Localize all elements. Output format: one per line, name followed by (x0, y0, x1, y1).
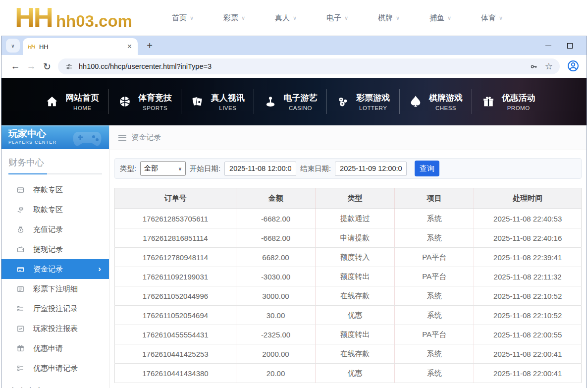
cell-order_no: 1762611052054694 (115, 306, 236, 325)
sports-ball-icon (118, 95, 132, 109)
main-nav-item[interactable]: 电子游艺 CASINO (254, 89, 327, 114)
column-header: 类型 (316, 188, 395, 209)
cell-project: PA平台 (395, 267, 474, 286)
site-info-icon[interactable] (65, 62, 73, 71)
personal-section-title: 个人中心 (1, 378, 109, 388)
start-date-input[interactable] (224, 162, 296, 176)
top-nav-item[interactable]: 首页 ∨ (157, 13, 209, 23)
window-minimize-button[interactable] (545, 46, 551, 46)
forward-button[interactable]: → (23, 58, 39, 74)
cell-project: PA平台 (395, 248, 474, 267)
browser-tab[interactable]: HH HH × (23, 38, 138, 55)
breadcrumb: 资金记录 (109, 125, 587, 150)
sidebar: 玩家中心 PLAYERS CENTER 财务中心 存款专区 (1, 125, 109, 388)
funds-record-icon (16, 265, 25, 274)
sidebar-item[interactable]: 玩家投注报表 (1, 319, 109, 338)
top-nav-item[interactable]: 真人 ∨ (260, 13, 312, 23)
main-nav-item[interactable]: 体育竞技 SPORTS (109, 89, 182, 114)
password-key-icon[interactable] (530, 62, 538, 71)
table-header-row: 订单号金额类型项目处理时间 (115, 188, 582, 209)
cell-order_no: 1762611052044996 (115, 286, 236, 306)
chevron-down-icon: ∨ (178, 166, 182, 171)
sidebar-item-label: 提现记录 (33, 245, 63, 254)
cell-type: 在线存款 (316, 286, 395, 306)
main-nav-item[interactable]: 真人视讯 LIVES (181, 89, 254, 114)
breadcrumb-label: 资金记录 (131, 133, 161, 142)
tab-search-button[interactable]: ∨ (6, 39, 20, 53)
cell-project: 系统 (395, 344, 474, 364)
nav-label-zh: 电子游艺 (284, 92, 318, 104)
bookmark-star-icon[interactable]: ☆ (545, 61, 553, 72)
sidebar-item-label: 存款专区 (33, 185, 63, 195)
withdraw-record-icon (16, 245, 25, 254)
top-nav-label: 棋牌 (378, 13, 393, 23)
url-text[interactable]: hh100.cc/hhcp/usercenter.html?iniType=3 (79, 62, 523, 70)
section-underline (8, 173, 102, 174)
window-maximize-button[interactable] (567, 43, 573, 49)
filter-bar: 类型: 全部 ∨ 开始日期: 结束日期: 查询 (114, 158, 582, 179)
cell-order_no: 1762610441434380 (115, 364, 236, 383)
new-tab-button[interactable]: + (143, 39, 157, 53)
lottery-balls-icon (336, 95, 350, 109)
main-nav-item[interactable]: 优惠活动 PROMO (472, 89, 544, 114)
sidebar-item[interactable]: 充值记录 (1, 220, 109, 239)
top-nav-item[interactable]: 体育 ∨ (466, 13, 518, 23)
table-row: 1762611092199031-3030.00额度转出PA平台2025-11-… (115, 267, 582, 286)
page-viewport: 网站首页 HOME 体育竞技 SPORTS 真人视讯 LIVES 电子游艺 CA… (1, 78, 587, 388)
chevron-down-icon: ∨ (293, 15, 297, 21)
top-nav-label: 捕鱼 (429, 13, 444, 23)
table-row: 17626127809481146682.00额度转入PA平台2025-11-0… (115, 248, 582, 267)
nav-label-en: LOTTERY (356, 105, 390, 111)
sidebar-item[interactable]: 取款专区 (1, 200, 109, 220)
chevron-down-icon: ∨ (190, 15, 194, 21)
chevron-right-icon: › (98, 264, 101, 274)
main-nav-item[interactable]: 棋牌游戏 CHESS (400, 89, 473, 114)
promo-apply-icon (16, 344, 25, 353)
top-nav-item[interactable]: 棋牌 ∨ (363, 13, 415, 23)
gift-icon (481, 95, 495, 109)
sidebar-item[interactable]: 彩票下注明细 (1, 279, 109, 299)
cell-time: 2025-11-08 22:11:32 (474, 267, 582, 286)
sidebar-item[interactable]: 存款专区 (1, 180, 109, 200)
type-select-value: 全部 (144, 164, 158, 173)
search-button[interactable]: 查询 (415, 161, 439, 176)
back-button[interactable]: ← (7, 58, 23, 74)
main-nav-item[interactable]: 彩票游戏 LOTTERY (327, 89, 400, 114)
start-date-label: 开始日期: (190, 164, 220, 173)
cell-time: 2025-11-08 22:00:41 (474, 344, 582, 364)
menu-hamburger-icon[interactable] (118, 135, 126, 141)
withdraw-hand-icon (16, 206, 25, 214)
end-date-input[interactable] (335, 162, 407, 176)
sidebar-menu: 存款专区 取款专区 充值记录 提现记录 资金记录 › 彩票下注明细 (1, 180, 109, 378)
sidebar-item[interactable]: 提现记录 (1, 239, 109, 259)
cell-amount: 2000.00 (236, 344, 315, 364)
chevron-down-icon: ∨ (396, 15, 400, 21)
top-nav-item[interactable]: 捕鱼 ∨ (415, 13, 466, 23)
top-nav-item[interactable]: 电子 ∨ (312, 13, 363, 23)
main-nav-item[interactable]: 网站首页 HOME (36, 89, 109, 114)
nav-label-zh: 真人视讯 (211, 92, 245, 104)
browser-toolbar: ← → ↻ hh100.cc/hhcp/usercenter.html?iniT… (1, 55, 587, 78)
type-select[interactable]: 全部 ∨ (140, 161, 186, 176)
chevron-down-icon: ∨ (11, 43, 14, 49)
column-header: 金额 (236, 188, 315, 209)
home-icon (45, 95, 59, 109)
cell-time: 2025-11-08 22:00:55 (474, 325, 582, 344)
sidebar-item[interactable]: 厅室投注记录 (1, 299, 109, 319)
sidebar-item-label: 彩票下注明细 (33, 284, 78, 294)
table-row: 17626110520449963000.00在线存款系统2025-11-08 … (115, 286, 582, 306)
reload-button[interactable]: ↻ (39, 58, 55, 74)
tab-close-icon[interactable]: × (126, 42, 133, 51)
type-label: 类型: (120, 164, 136, 173)
cell-amount: -6682.00 (236, 209, 315, 228)
address-bar[interactable]: hh100.cc/hhcp/usercenter.html?iniType=3 … (58, 58, 560, 74)
sidebar-item[interactable]: 资金记录 › (1, 259, 109, 279)
profile-icon[interactable] (567, 59, 581, 73)
sidebar-item[interactable]: 优惠申请记录 (1, 358, 109, 378)
site-logo[interactable]: HH hh03.com (15, 5, 132, 31)
nav-label-en: CASINO (284, 105, 318, 111)
deposit-card-icon (16, 186, 25, 194)
top-nav-item[interactable]: 彩票 ∨ (209, 13, 260, 23)
sidebar-item[interactable]: 优惠申请 (1, 338, 109, 358)
browser-window: ∨ HH HH × + ← → ↻ hh100.cc/hhcp/usercent… (1, 36, 587, 388)
